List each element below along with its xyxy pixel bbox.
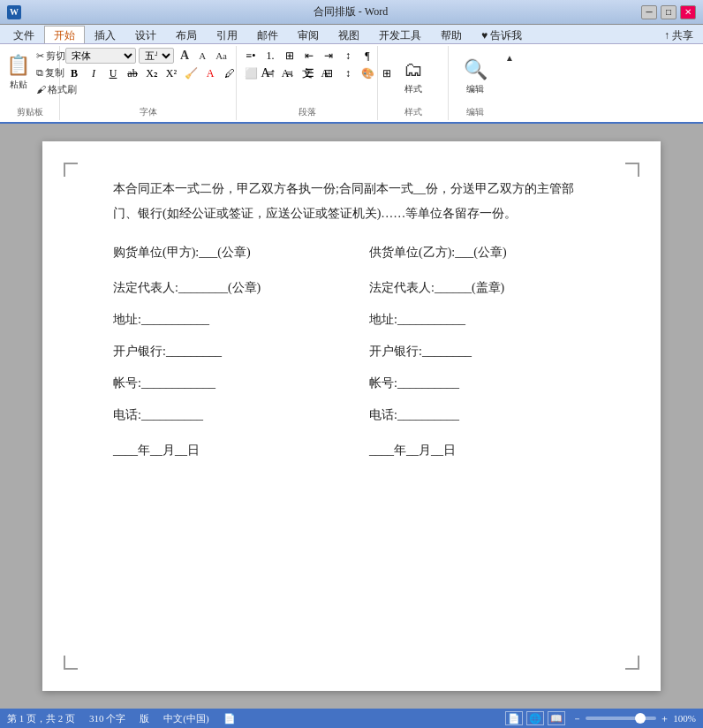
subscript-button[interactable]: X₂ (143, 65, 161, 81)
zoom-in-button[interactable]: ＋ (660, 712, 669, 725)
superscript-button[interactable]: X² (163, 65, 180, 81)
view-read-button[interactable]: 📖 (548, 711, 565, 725)
columns-button[interactable]: ⊟ (320, 65, 337, 81)
tab-tell-me[interactable]: ♥ 告诉我 (472, 26, 532, 43)
style-label-grp: 样式 (378, 106, 448, 118)
document-page: 本合同正本一式二份，甲乙双方各执一份;合同副本一式__份，分送甲乙双方的主管部门… (42, 141, 661, 691)
document-area: 本合同正本一式二份，甲乙双方各执一份;合同副本一式__份，分送甲乙双方的主管部门… (0, 124, 703, 709)
tab-review[interactable]: 审阅 (288, 26, 329, 43)
font-size-select[interactable]: 五号 (139, 48, 174, 64)
strikethrough-button[interactable]: ab (124, 65, 141, 81)
font-name-select[interactable]: 宋体 (65, 48, 136, 64)
bank-row: 开户银行:_________ 开户银行:________ (113, 339, 590, 364)
line-spacing-button[interactable]: ↕ (339, 65, 357, 81)
paste-icon: 📋 (6, 54, 30, 77)
corner-mark-br (625, 656, 639, 670)
corner-mark-tl (64, 163, 78, 177)
buyer-party: 购货单位(甲方):___(公章) (113, 240, 334, 265)
tab-view[interactable]: 视图 (329, 26, 369, 43)
bullets-button[interactable]: ≡• (242, 48, 260, 64)
tab-layout[interactable]: 布局 (166, 26, 207, 43)
addr-buyer: 地址:___________ (113, 307, 334, 332)
clear-format-button[interactable]: 🧹 (182, 65, 200, 81)
justify-button[interactable]: ☰ (300, 65, 318, 81)
shrink-font-button[interactable]: A (195, 48, 209, 64)
view-web-button[interactable]: 🌐 (526, 711, 544, 725)
numbering-button[interactable]: 1. (261, 48, 279, 64)
acct-seller: 帐号:__________ (369, 371, 590, 396)
paragraph-group: ≡• 1. ⊞ ⇤ ⇥ ↕ ¶ ⬜ ≡ ≡ ☰ ⊟ ↕ 🎨 ⊞ 段落 (237, 46, 378, 120)
language: 中文(中国) (163, 712, 208, 725)
date-buyer: ____年__月__日 (113, 438, 334, 463)
legal-rep-seller: 法定代表人:______(盖章) (369, 276, 590, 300)
window-controls[interactable]: ─ □ ✕ (641, 5, 696, 19)
sort-button[interactable]: ↕ (339, 48, 357, 64)
legal-rep-row: 法定代表人:________(公章) 法定代表人:______(盖章) (113, 276, 590, 300)
edit-button[interactable]: 🔍 编辑 (459, 52, 491, 102)
tab-help[interactable]: 帮助 (431, 26, 472, 43)
title-bar: W 合同排版 - Word ─ □ ✕ (0, 0, 703, 25)
zoom-slider[interactable] (586, 717, 656, 720)
addr-seller: 地址:___________ (369, 307, 590, 332)
tab-mailings[interactable]: 邮件 (247, 26, 288, 43)
underline-button[interactable]: U (104, 65, 122, 81)
zoom-thumb[interactable] (635, 713, 646, 724)
style-icon: 🗂 (404, 58, 423, 81)
multilevel-button[interactable]: ⊞ (281, 48, 299, 64)
edit-label-grp: 编辑 (449, 106, 502, 118)
align-right-button[interactable]: ≡ (281, 65, 299, 81)
addr-row: 地址:___________ 地址:___________ (113, 307, 590, 332)
status-right: 📄 🌐 📖 － ＋ 100% (505, 711, 696, 725)
party-row: 购货单位(甲方):___(公章) 供货单位(乙方):___(公章) (113, 240, 590, 265)
paste-button[interactable]: 📋 粘贴 (5, 48, 31, 97)
tab-references[interactable]: 引用 (207, 26, 247, 43)
tab-home[interactable]: 开始 (44, 26, 85, 43)
tab-share[interactable]: ↑ 共享 (654, 26, 703, 43)
change-case-button[interactable]: Aa (212, 48, 231, 64)
highlight-button[interactable]: 🖊 (221, 65, 238, 81)
maximize-button[interactable]: □ (661, 5, 677, 19)
intro-paragraph: 本合同正本一式二份，甲乙双方各执一份;合同副本一式__份，分送甲乙双方的主管部门… (113, 177, 590, 226)
tab-developer[interactable]: 开发工具 (369, 26, 431, 43)
edition-flag: 版 (140, 712, 149, 725)
edit-icon: 🔍 (464, 58, 488, 81)
style-label: 样式 (404, 83, 422, 95)
increase-indent-button[interactable]: ⇥ (320, 48, 337, 64)
clipboard-group: 📋 粘贴 ✂剪切 ⧉复制 🖌格式刷 剪贴板 (0, 46, 60, 120)
clipboard-label: 剪贴板 (0, 106, 59, 118)
close-button[interactable]: ✕ (680, 5, 696, 19)
window-title: 合同排版 - Word (60, 4, 641, 19)
decrease-indent-button[interactable]: ⇤ (300, 48, 318, 64)
bold-button[interactable]: B (65, 65, 83, 81)
shading-button[interactable]: 🎨 (359, 65, 376, 81)
painter-icon: 🖌 (36, 84, 46, 95)
view-print-button[interactable]: 📄 (505, 711, 523, 725)
paste-label: 粘贴 (10, 79, 27, 91)
show-marks-button[interactable]: ¶ (359, 48, 376, 64)
align-left-button[interactable]: ⬜ (242, 65, 260, 81)
legal-rep-buyer: 法定代表人:________(公章) (113, 276, 334, 300)
ribbon-tabs: 文件 开始 插入 设计 布局 引用 邮件 审阅 视图 开发工具 帮助 ♥ 告诉我… (0, 25, 703, 44)
copy-icon: ⧉ (36, 67, 43, 79)
bank-buyer: 开户银行:_________ (113, 339, 334, 364)
tab-design[interactable]: 设计 (125, 26, 166, 43)
collapse-ribbon-button[interactable]: ▲ (502, 49, 518, 65)
phone-buyer: 电话:__________ (113, 403, 334, 428)
align-center-button[interactable]: ≡ (261, 65, 279, 81)
font-group: 宋体 五号 A A Aa B I U ab X₂ X² 🧹 A 🖊 A (60, 46, 237, 120)
style-button[interactable]: 🗂 样式 (397, 52, 429, 102)
tab-file[interactable]: 文件 (4, 26, 44, 43)
italic-button[interactable]: I (85, 65, 102, 81)
date-row: ____年__月__日 ____年__月__日 (113, 438, 590, 463)
font-label: 字体 (60, 106, 236, 118)
paragraph-label: 段落 (237, 106, 377, 118)
acct-row: 帐号:____________ 帐号:__________ (113, 371, 590, 396)
zoom-out-button[interactable]: － (572, 712, 582, 725)
edit-label: 编辑 (466, 83, 484, 95)
grow-font-button[interactable]: A (177, 48, 193, 64)
bank-seller: 开户银行:________ (369, 339, 590, 364)
tab-insert[interactable]: 插入 (85, 26, 125, 43)
seller-party: 供货单位(乙方):___(公章) (369, 240, 590, 265)
font-color-button[interactable]: A (201, 65, 219, 81)
minimize-button[interactable]: ─ (641, 5, 657, 19)
